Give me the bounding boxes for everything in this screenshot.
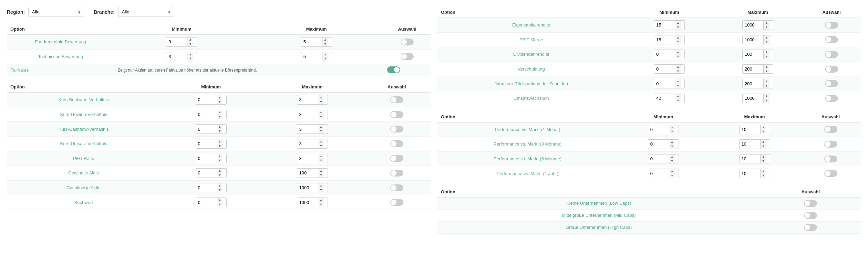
max-input[interactable]: [301, 53, 322, 61]
number-input[interactable]: [297, 125, 318, 133]
number-input[interactable]: [196, 169, 217, 177]
spinner-up-btn[interactable]: ▲: [669, 169, 675, 173]
toggle-switch[interactable]: [825, 36, 838, 43]
spinner-down-btn[interactable]: ▼: [217, 173, 223, 178]
spinner-up-btn[interactable]: ▲: [318, 183, 324, 188]
spinner-down-btn[interactable]: ▼: [764, 40, 769, 44]
number-input[interactable]: [740, 155, 760, 163]
spinner-up-btn[interactable]: ▲: [217, 95, 223, 100]
spinner-down-btn[interactable]: ▼: [318, 115, 324, 119]
spinner-down-btn[interactable]: ▼: [318, 173, 324, 178]
spinner-down-btn[interactable]: ▼: [318, 158, 324, 163]
number-input[interactable]: [196, 199, 217, 206]
toggle-switch[interactable]: [824, 141, 837, 148]
spinner-up-btn[interactable]: ▲: [669, 125, 675, 130]
toggle-switch[interactable]: [390, 126, 403, 132]
spinner-down-btn[interactable]: ▼: [761, 159, 766, 163]
spinner-up-btn[interactable]: ▲: [675, 50, 681, 54]
spinner-down-btn[interactable]: ▼: [675, 40, 681, 44]
spinner-up-btn[interactable]: ▲: [217, 110, 223, 115]
spinner-down[interactable]: ▼: [187, 56, 193, 61]
spinner-down-btn[interactable]: ▼: [675, 25, 681, 30]
spinner-up[interactable]: ▲: [187, 52, 193, 57]
number-input[interactable]: [743, 21, 763, 29]
spinner-down-btn[interactable]: ▼: [318, 144, 324, 148]
spinner-up-btn[interactable]: ▲: [764, 21, 769, 25]
spinner-down-btn[interactable]: ▼: [675, 54, 681, 59]
spinner-up-btn[interactable]: ▲: [217, 125, 223, 129]
number-input[interactable]: [297, 140, 318, 148]
toggle-switch[interactable]: [825, 95, 838, 102]
spinner-down-btn[interactable]: ▼: [675, 84, 681, 88]
spinner-down-btn[interactable]: ▼: [764, 84, 769, 88]
toggle-switch[interactable]: [390, 96, 403, 103]
spinner-up-btn[interactable]: ▲: [764, 65, 769, 69]
min-input[interactable]: [166, 38, 187, 46]
spinner-up-btn[interactable]: ▲: [675, 21, 681, 25]
toggle-switch[interactable]: [390, 184, 403, 191]
spinner-down-btn[interactable]: ▼: [761, 173, 766, 178]
number-input[interactable]: [648, 140, 669, 148]
number-input[interactable]: [648, 126, 669, 134]
spinner-down-btn[interactable]: ▼: [764, 54, 769, 59]
spinner-up-btn[interactable]: ▲: [318, 110, 324, 115]
spinner-up[interactable]: ▲: [322, 52, 328, 57]
number-input[interactable]: [196, 140, 217, 148]
number-input[interactable]: [297, 154, 318, 162]
number-input[interactable]: [740, 170, 760, 178]
number-input[interactable]: [297, 169, 318, 177]
spinner-down-btn[interactable]: ▼: [217, 144, 223, 148]
toggle-switch[interactable]: [390, 140, 403, 147]
spinner-down-btn[interactable]: ▼: [675, 69, 681, 74]
spinner-up-btn[interactable]: ▲: [764, 94, 769, 98]
spinner-up-btn[interactable]: ▲: [318, 95, 324, 100]
spinner-down-btn[interactable]: ▼: [761, 144, 766, 149]
spinner-up-btn[interactable]: ▲: [217, 139, 223, 144]
toggle-switch[interactable]: [825, 22, 838, 29]
toggle-switch[interactable]: [401, 53, 414, 60]
toggle-switch[interactable]: [390, 199, 403, 206]
number-input[interactable]: [196, 96, 217, 104]
spinner-up-btn[interactable]: ▲: [318, 169, 324, 173]
number-input[interactable]: [196, 110, 217, 118]
spinner-up-btn[interactable]: ▲: [217, 198, 223, 202]
spinner-up-btn[interactable]: ▲: [318, 125, 324, 129]
spinner-up-btn[interactable]: ▲: [675, 79, 681, 84]
number-input[interactable]: [648, 155, 669, 163]
number-input[interactable]: [743, 80, 763, 88]
spinner-down-btn[interactable]: ▼: [318, 129, 324, 134]
spinner-down-btn[interactable]: ▼: [764, 25, 769, 30]
spinner-up-btn[interactable]: ▲: [761, 140, 766, 144]
number-input[interactable]: [743, 65, 763, 73]
spinner-down-btn[interactable]: ▼: [217, 202, 223, 207]
toggle-switch[interactable]: [804, 212, 817, 219]
spinner-up-btn[interactable]: ▲: [764, 79, 769, 84]
toggle-switch[interactable]: [824, 126, 837, 133]
spinner-up-btn[interactable]: ▲: [318, 139, 324, 144]
number-input[interactable]: [654, 50, 675, 58]
number-input[interactable]: [654, 21, 675, 29]
number-input[interactable]: [297, 199, 318, 206]
number-input[interactable]: [297, 96, 318, 104]
toggle-switch[interactable]: [387, 66, 400, 73]
number-input[interactable]: [648, 170, 669, 178]
number-input[interactable]: [654, 80, 675, 88]
number-input[interactable]: [297, 184, 318, 192]
spinner-down-btn[interactable]: ▼: [675, 98, 681, 103]
spinner-up[interactable]: ▲: [187, 38, 193, 42]
toggle-switch[interactable]: [401, 39, 414, 45]
toggle-switch[interactable]: [390, 170, 403, 177]
spinner-down[interactable]: ▼: [322, 42, 328, 46]
number-input[interactable]: [740, 140, 760, 148]
toggle-switch[interactable]: [824, 156, 837, 162]
spinner-up-btn[interactable]: ▲: [761, 125, 766, 130]
spinner-up-btn[interactable]: ▲: [764, 50, 769, 54]
number-input[interactable]: [196, 125, 217, 133]
branche-select[interactable]: Alle: [118, 7, 173, 17]
toggle-switch[interactable]: [825, 80, 838, 87]
number-input[interactable]: [743, 94, 763, 102]
spinner-down-btn[interactable]: ▼: [764, 69, 769, 74]
spinner-down-btn[interactable]: ▼: [217, 100, 223, 104]
spinner-down-btn[interactable]: ▼: [764, 98, 769, 103]
region-select[interactable]: Alle: [28, 7, 83, 17]
